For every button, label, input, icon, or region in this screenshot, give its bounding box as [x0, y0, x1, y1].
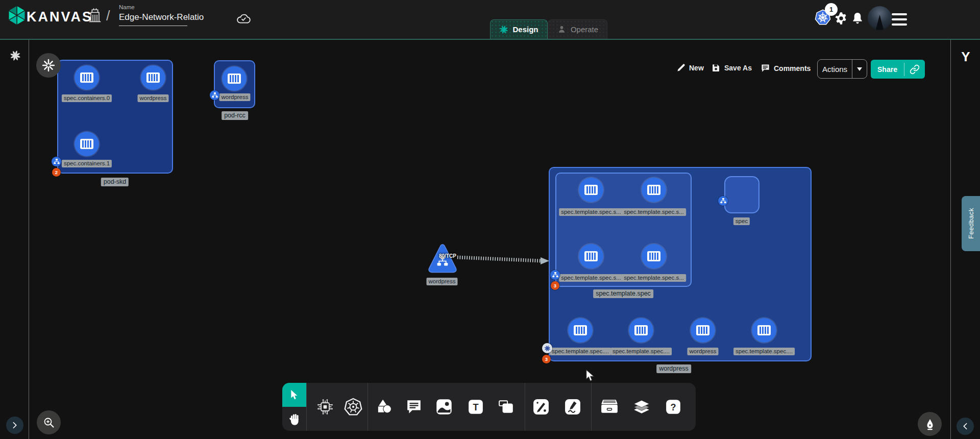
kubernetes-helm-icon [344, 397, 363, 417]
pan-tool[interactable] [282, 407, 306, 431]
chevron-left-icon [962, 423, 968, 430]
canvas-toolbar: T [282, 383, 696, 431]
node-label: spec.containers.0 [62, 94, 112, 102]
kubernetes-context-count-badge[interactable]: 1 [825, 3, 838, 16]
help-tool[interactable]: ? [663, 397, 683, 417]
design-pinwheel-icon [544, 345, 551, 352]
user-avatar[interactable] [868, 6, 892, 30]
node-template-container[interactable] [579, 244, 603, 269]
freehand-draw-tool[interactable] [562, 397, 583, 417]
copy-link-button[interactable] [904, 64, 925, 75]
tab-design[interactable]: Design [490, 19, 548, 39]
share-button[interactable]: Share [871, 60, 925, 79]
group-relationship-badge[interactable] [550, 270, 560, 280]
comments-button[interactable]: Comments [761, 63, 811, 73]
node-label: spec.template.spec.... [550, 348, 611, 355]
floppy-save-icon [712, 63, 721, 72]
actions-dropdown-button[interactable]: Actions [817, 59, 867, 79]
comment-tool[interactable] [404, 397, 424, 417]
group-count-badge[interactable]: 2 [52, 168, 61, 177]
kubernetes-tool[interactable] [343, 397, 363, 417]
image-icon [435, 398, 453, 416]
node-relationship-badge[interactable] [718, 196, 728, 206]
save-as-button[interactable]: Save As [712, 63, 752, 72]
pencil-icon [677, 63, 685, 72]
kanvas-logo-icon[interactable] [7, 5, 27, 26]
group-spec-template-spec[interactable] [555, 173, 692, 287]
note-icon [498, 399, 514, 415]
image-tool[interactable] [434, 397, 454, 417]
comment-bubble-icon [406, 399, 422, 415]
drawer-tool[interactable] [599, 397, 620, 417]
node-label: spec.template.spec.s... [622, 208, 686, 216]
chevron-right-icon [12, 422, 18, 429]
node-label: spec.template.spec.s... [622, 274, 686, 282]
collapse-right-panel-button[interactable] [957, 418, 974, 435]
comment-icon [761, 63, 770, 73]
question-mark-icon: ? [665, 399, 681, 415]
select-tool-active[interactable] [282, 383, 306, 407]
layout-snowflake-button[interactable] [36, 53, 61, 78]
node-template-container[interactable] [642, 244, 666, 269]
node-template-container[interactable] [568, 318, 593, 343]
layers-tool[interactable] [631, 397, 652, 417]
node-template-container[interactable] [642, 178, 666, 202]
node-spec-containers-0[interactable] [75, 65, 99, 90]
notifications-bell-icon[interactable] [850, 11, 865, 26]
node-label: spec.template.spec.s... [559, 208, 623, 216]
svg-text:T: T [473, 402, 478, 412]
chip-icon [316, 398, 334, 416]
organization-icon[interactable] [88, 7, 102, 24]
link-icon [910, 64, 920, 75]
node-label: spec.template.spec.s... [559, 274, 623, 282]
actions-divider [852, 60, 852, 78]
node-template-container[interactable] [579, 178, 603, 202]
design-history-pinwheel-icon[interactable] [10, 50, 21, 61]
zoom-button[interactable] [37, 410, 61, 434]
new-button-label: New [689, 64, 704, 72]
menu-hamburger-icon[interactable] [892, 13, 907, 26]
left-sidebar [0, 40, 29, 439]
node-wordpress-container[interactable] [691, 318, 715, 343]
pen-nib-icon [924, 418, 936, 430]
annotation-pen-button[interactable] [918, 412, 942, 436]
chevron-down-icon[interactable] [857, 67, 862, 71]
group-relationship-badge[interactable] [210, 90, 219, 100]
freehand-pencil-icon [565, 399, 581, 415]
design-name-input[interactable]: Edge-Network-Relatio [119, 12, 187, 26]
node-wordpress-container[interactable] [141, 65, 165, 90]
group-design-badge[interactable] [542, 343, 552, 353]
group-relationship-badge[interactable] [52, 157, 61, 166]
design-name-field[interactable]: Name Edge-Network-Relatio [119, 4, 187, 26]
component-chip-tool[interactable] [315, 397, 335, 417]
svg-text:?: ? [670, 402, 676, 412]
note-tool[interactable] [496, 397, 517, 417]
expand-left-panel-button[interactable] [6, 417, 23, 434]
group-count-badge[interactable]: 3 [551, 281, 559, 290]
design-tab-icon [499, 25, 508, 34]
edge-draw-tool[interactable] [531, 397, 551, 417]
node-spec-containers-1[interactable] [75, 132, 99, 156]
shapes-tool[interactable] [374, 397, 395, 417]
breadcrumb-separator: / [106, 8, 110, 24]
group-label: pod-skd [101, 178, 129, 186]
node-label: spec.template.spec.... [610, 348, 672, 355]
node-template-container[interactable] [629, 318, 653, 343]
edge-pencil-icon [533, 399, 549, 415]
app-header: KANVAS / Name Edge-Network-Relatio Desig… [0, 0, 980, 40]
text-tool[interactable]: T [465, 397, 486, 417]
toolbar-divider [591, 383, 592, 431]
layer5-y-logo[interactable]: Y [959, 49, 973, 65]
mouse-cursor [585, 370, 595, 382]
edge-service-to-deployment[interactable] [454, 253, 552, 266]
node-spec[interactable] [724, 176, 760, 213]
feedback-tab[interactable]: Feedback [962, 196, 980, 251]
group-count-badge[interactable]: 3 [542, 355, 551, 363]
tab-operate[interactable]: Operate [548, 19, 607, 39]
feedback-label: Feedback [967, 208, 975, 239]
node-label: spec.template.spec.... [733, 348, 795, 355]
node-wordpress-service[interactable] [427, 242, 458, 278]
node-wordpress-container[interactable] [222, 66, 247, 91]
new-button[interactable]: New [677, 63, 704, 72]
node-template-container[interactable] [752, 318, 776, 343]
